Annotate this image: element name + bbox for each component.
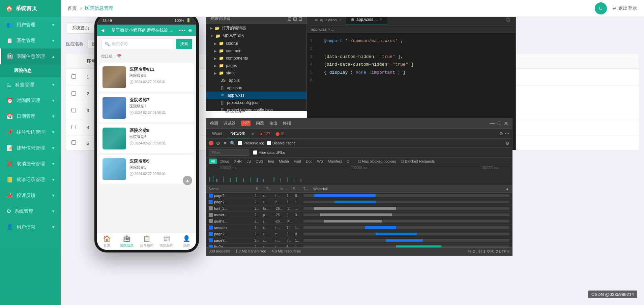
data-table: 序号 医院名称 医院级别 医院地址 操作 1 医院名称1 医院级别1 ♡ 查 bbox=[66, 54, 639, 150]
phone-battery: 100% bbox=[175, 19, 184, 23]
view-btn[interactable]: ♡ 查看 bbox=[414, 73, 435, 81]
req-s: 2... bbox=[255, 239, 263, 242]
delete-btn[interactable]: ♡ 删除 bbox=[463, 73, 484, 81]
blocked-requests-label[interactable]: ☐ Blocked Requests bbox=[399, 159, 437, 164]
type-all[interactable]: All bbox=[209, 159, 217, 164]
type-ws[interactable]: WS bbox=[315, 159, 325, 164]
tab-close-icon-2[interactable]: ✕ bbox=[380, 18, 382, 21]
row-checkbox[interactable] bbox=[71, 74, 76, 79]
request-row[interactable]: font_3... 2... fo... -26... (2... ... bbox=[206, 205, 512, 212]
row-checkbox[interactable] bbox=[71, 140, 76, 145]
row-checkbox[interactable] bbox=[71, 108, 76, 112]
sidebar-subitem-hospital-info[interactable]: 医院信息 bbox=[0, 64, 61, 77]
sidebar-item-dept-mgmt[interactable]: 🗂 科室管理 ▼ bbox=[0, 77, 61, 93]
edit-btn[interactable]: ♡ 修改 bbox=[438, 106, 460, 115]
type-font[interactable]: Font bbox=[292, 159, 303, 164]
phone-nav-appt[interactable]: 📋 挂号预约 bbox=[137, 235, 157, 248]
table-row: 1 医院名称1 医院级别1 ♡ 查看 ♡ 修改 ♡ 删除 bbox=[66, 69, 639, 86]
type-img[interactable]: Img bbox=[266, 159, 276, 164]
nav-btn-user[interactable]: 用户管理 bbox=[99, 22, 128, 34]
phone-nav-hospital[interactable]: 🏥 医院信息 bbox=[117, 235, 137, 248]
view-btn[interactable]: ♡ 查看 bbox=[414, 123, 435, 132]
edit-btn[interactable]: ♡ 修改 bbox=[438, 73, 460, 81]
row-actions: ♡ 查看 ♡ 修改 ♡ 删除 bbox=[414, 106, 633, 115]
seq-cell: 2 bbox=[81, 86, 135, 102]
request-row[interactable]: page?... 2... x... in... 6... 8... bbox=[206, 231, 512, 237]
nav-news-icon: 📰 bbox=[163, 235, 170, 242]
request-row[interactable]: page?... 2... x... in... 1... 8... bbox=[206, 193, 512, 199]
list-item[interactable]: 医院名称5 医院级别5 🕐 2024-02-27 09:58:31 ▲ bbox=[99, 155, 194, 183]
phone-nav-profile[interactable]: 👤 我的 bbox=[176, 235, 196, 248]
request-row[interactable]: list?p... 2... x... in... 3... 1... bbox=[206, 244, 512, 247]
add-button[interactable]: ✚ 添加 bbox=[132, 22, 157, 34]
request-row[interactable]: session 2... x... in... 7... 1... bbox=[206, 225, 512, 231]
sidebar-item-hospital-info[interactable]: 🏥 医院信息管理 ▲ bbox=[0, 48, 61, 64]
type-cloud[interactable]: Cloud bbox=[217, 159, 231, 164]
sidebar-item-user-mgmt[interactable]: 👥 用户管理 ▼ bbox=[0, 17, 61, 33]
req-t2: 1... bbox=[295, 245, 303, 248]
req-waterfall bbox=[303, 226, 509, 229]
row-checkbox[interactable] bbox=[71, 91, 76, 96]
phone-nav-bar: 🏠 首页 🏥 医院信息 📋 挂号预约 📰 bbox=[97, 233, 196, 250]
sidebar-item-cancel-reg[interactable]: ❌ 取消挂号管理 ▼ bbox=[0, 156, 61, 172]
name-cell: 医院名称4 bbox=[135, 136, 220, 150]
request-row[interactable]: guaha... 2... j... -26... (4... bbox=[206, 218, 512, 225]
view-btn[interactable]: ♡ 查看 bbox=[414, 90, 435, 98]
type-other[interactable]: C bbox=[345, 159, 351, 164]
sidebar-item-time-mgmt[interactable]: ⏰ 时间段管理 ▼ bbox=[0, 93, 61, 108]
sidebar-logo[interactable]: 🏠 系统首页 bbox=[0, 0, 61, 17]
sidebar-label-doctor-mgmt: 医生管理 bbox=[17, 38, 35, 44]
chevron-icon-13: ▼ bbox=[51, 225, 55, 230]
filter-label: 医院名称 bbox=[66, 41, 84, 47]
type-doc[interactable]: Doc bbox=[304, 159, 315, 164]
sidebar-item-user-info[interactable]: 👤 用户信息 ▼ bbox=[0, 219, 61, 235]
type-js[interactable]: JS bbox=[244, 159, 253, 164]
delete-btn[interactable]: ♡ 删除 bbox=[463, 123, 484, 132]
phone-time: 23:49 bbox=[103, 19, 112, 23]
delete-btn[interactable]: ♡ 删除 bbox=[463, 90, 484, 98]
chevron-icon-5: ▼ bbox=[51, 98, 55, 103]
sidebar-item-visit-rec[interactable]: 📒 就诊记录管理 ▼ bbox=[0, 172, 61, 188]
view-btn[interactable]: ♡ 查看 bbox=[414, 106, 435, 115]
request-row[interactable]: mescr... 2... p... -26... (... 3... bbox=[206, 212, 512, 218]
sidebar-item-sys-mgmt[interactable]: ⚙ 系统管理 ▼ bbox=[0, 203, 61, 219]
visit-icon: 📒 bbox=[6, 176, 13, 183]
sidebar-item-date-mgmt[interactable]: 📅 日期管理 ▼ bbox=[0, 108, 61, 124]
type-media[interactable]: Media bbox=[277, 159, 291, 164]
hide-data-urls-label[interactable]: Hide data URLs bbox=[253, 150, 285, 155]
tab-close-icon[interactable]: ✕ bbox=[339, 18, 342, 22]
delete-btn[interactable]: ♡ 删除 bbox=[463, 106, 484, 115]
hide-data-urls-text: Hide data URLs bbox=[259, 150, 285, 155]
hide-data-urls-checkbox[interactable] bbox=[253, 150, 257, 155]
request-row[interactable]: page?... 2... x... in... 8... 1... bbox=[206, 237, 512, 244]
req-t2: ... bbox=[295, 207, 303, 210]
breadcrumb-home[interactable]: 首页 bbox=[67, 5, 77, 11]
nav-btn-home[interactable]: 系统首页 bbox=[66, 22, 95, 34]
breadcrumb: 首页 ≡ 医院信息管理 bbox=[67, 5, 113, 11]
type-css[interactable]: CSS bbox=[254, 159, 265, 164]
edit-btn[interactable]: ♡ 修改 bbox=[438, 90, 460, 98]
request-row[interactable]: page?... 2... x... in... 1... 1... bbox=[206, 199, 512, 205]
toolbar: 系统首页 用户管理 ✚ 添加 bbox=[66, 22, 639, 34]
logout-button[interactable]: ↩ 退出登录 bbox=[612, 5, 637, 11]
sidebar-item-feedback[interactable]: 📣 投诉反馈 ▼ bbox=[0, 188, 61, 203]
address-cell bbox=[304, 119, 408, 136]
hospital-name-filter[interactable] bbox=[88, 39, 148, 49]
clock-icon: 🕐 bbox=[129, 172, 134, 176]
row-checkbox[interactable] bbox=[71, 125, 76, 129]
req-t: j... bbox=[263, 219, 275, 223]
wxss-tab-icon: ≋ bbox=[351, 17, 354, 22]
type-xhr[interactable]: XHR bbox=[232, 159, 244, 164]
blocked-cookies-label[interactable]: ☐ Has blocked cookies bbox=[356, 159, 398, 164]
type-manifest[interactable]: Manifest bbox=[326, 159, 344, 164]
scroll-top-btn[interactable]: ▲ bbox=[183, 176, 192, 185]
appt-icon: 📌 bbox=[6, 129, 13, 135]
checkbox-icon-2: ☐ bbox=[401, 160, 404, 163]
edit-btn[interactable]: ♡ 修改 bbox=[438, 123, 460, 132]
sidebar-item-reg-info[interactable]: 📝 挂号信息管理 ▼ bbox=[0, 140, 61, 156]
sidebar-item-doctor-mgmt[interactable]: 📋 医生管理 ▼ bbox=[0, 33, 61, 48]
phone-nav-news[interactable]: 📰 医院新闻 bbox=[156, 235, 176, 248]
phone-nav-home[interactable]: 🏠 首页 bbox=[97, 235, 117, 248]
sidebar-item-appt-mgmt[interactable]: 📌 挂号预约管理 ▼ bbox=[0, 124, 61, 140]
timeline-chart bbox=[206, 170, 512, 184]
